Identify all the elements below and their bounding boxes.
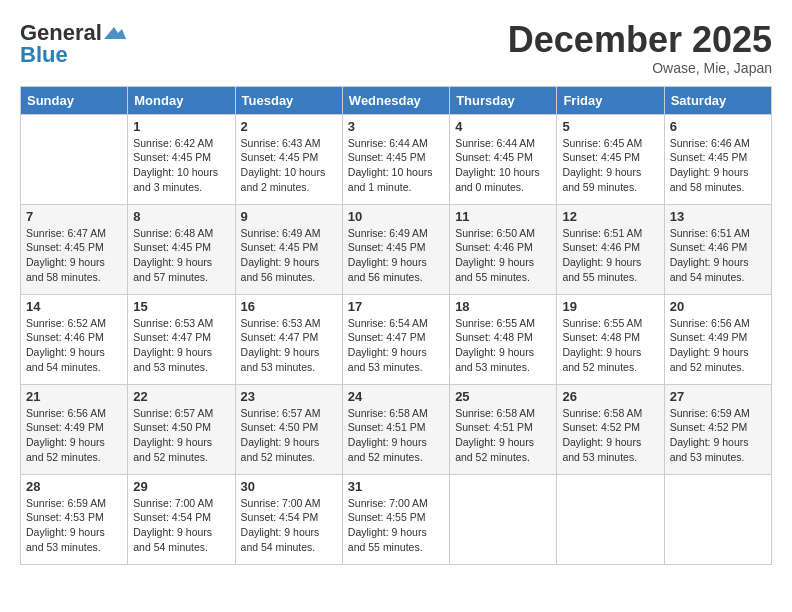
day-number: 11 bbox=[455, 209, 551, 224]
calendar-cell: 17Sunrise: 6:54 AMSunset: 4:47 PMDayligh… bbox=[342, 294, 449, 384]
calendar-cell: 15Sunrise: 6:53 AMSunset: 4:47 PMDayligh… bbox=[128, 294, 235, 384]
day-info: Sunrise: 6:42 AMSunset: 4:45 PMDaylight:… bbox=[133, 136, 229, 195]
logo-blue: Blue bbox=[20, 42, 68, 68]
day-info: Sunrise: 6:57 AMSunset: 4:50 PMDaylight:… bbox=[133, 406, 229, 465]
day-info: Sunrise: 6:56 AMSunset: 4:49 PMDaylight:… bbox=[26, 406, 122, 465]
day-info: Sunrise: 7:00 AMSunset: 4:54 PMDaylight:… bbox=[241, 496, 337, 555]
weekday-header-thursday: Thursday bbox=[450, 86, 557, 114]
day-info: Sunrise: 6:58 AMSunset: 4:51 PMDaylight:… bbox=[348, 406, 444, 465]
day-info: Sunrise: 6:49 AMSunset: 4:45 PMDaylight:… bbox=[348, 226, 444, 285]
day-info: Sunrise: 6:58 AMSunset: 4:52 PMDaylight:… bbox=[562, 406, 658, 465]
day-info: Sunrise: 6:49 AMSunset: 4:45 PMDaylight:… bbox=[241, 226, 337, 285]
calendar-table: SundayMondayTuesdayWednesdayThursdayFrid… bbox=[20, 86, 772, 565]
calendar-cell: 19Sunrise: 6:55 AMSunset: 4:48 PMDayligh… bbox=[557, 294, 664, 384]
month-title: December 2025 bbox=[508, 20, 772, 60]
day-info: Sunrise: 6:56 AMSunset: 4:49 PMDaylight:… bbox=[670, 316, 766, 375]
day-number: 25 bbox=[455, 389, 551, 404]
calendar-cell: 9Sunrise: 6:49 AMSunset: 4:45 PMDaylight… bbox=[235, 204, 342, 294]
day-number: 18 bbox=[455, 299, 551, 314]
day-info: Sunrise: 6:57 AMSunset: 4:50 PMDaylight:… bbox=[241, 406, 337, 465]
calendar-cell: 7Sunrise: 6:47 AMSunset: 4:45 PMDaylight… bbox=[21, 204, 128, 294]
day-number: 29 bbox=[133, 479, 229, 494]
calendar-cell: 8Sunrise: 6:48 AMSunset: 4:45 PMDaylight… bbox=[128, 204, 235, 294]
day-info: Sunrise: 6:46 AMSunset: 4:45 PMDaylight:… bbox=[670, 136, 766, 195]
day-number: 6 bbox=[670, 119, 766, 134]
calendar-cell: 10Sunrise: 6:49 AMSunset: 4:45 PMDayligh… bbox=[342, 204, 449, 294]
day-number: 13 bbox=[670, 209, 766, 224]
svg-marker-0 bbox=[104, 27, 126, 39]
day-info: Sunrise: 6:53 AMSunset: 4:47 PMDaylight:… bbox=[133, 316, 229, 375]
day-info: Sunrise: 6:44 AMSunset: 4:45 PMDaylight:… bbox=[455, 136, 551, 195]
calendar-cell bbox=[450, 474, 557, 564]
weekday-header-tuesday: Tuesday bbox=[235, 86, 342, 114]
day-number: 23 bbox=[241, 389, 337, 404]
calendar-cell: 12Sunrise: 6:51 AMSunset: 4:46 PMDayligh… bbox=[557, 204, 664, 294]
day-number: 12 bbox=[562, 209, 658, 224]
calendar-cell: 1Sunrise: 6:42 AMSunset: 4:45 PMDaylight… bbox=[128, 114, 235, 204]
day-info: Sunrise: 6:43 AMSunset: 4:45 PMDaylight:… bbox=[241, 136, 337, 195]
calendar-cell: 20Sunrise: 6:56 AMSunset: 4:49 PMDayligh… bbox=[664, 294, 771, 384]
calendar-cell: 3Sunrise: 6:44 AMSunset: 4:45 PMDaylight… bbox=[342, 114, 449, 204]
day-number: 16 bbox=[241, 299, 337, 314]
day-info: Sunrise: 6:45 AMSunset: 4:45 PMDaylight:… bbox=[562, 136, 658, 195]
day-info: Sunrise: 6:59 AMSunset: 4:53 PMDaylight:… bbox=[26, 496, 122, 555]
day-number: 22 bbox=[133, 389, 229, 404]
calendar-cell: 18Sunrise: 6:55 AMSunset: 4:48 PMDayligh… bbox=[450, 294, 557, 384]
calendar-cell: 25Sunrise: 6:58 AMSunset: 4:51 PMDayligh… bbox=[450, 384, 557, 474]
calendar-cell bbox=[557, 474, 664, 564]
weekday-header-friday: Friday bbox=[557, 86, 664, 114]
weekday-header-saturday: Saturday bbox=[664, 86, 771, 114]
page-header: General Blue December 2025 Owase, Mie, J… bbox=[20, 20, 772, 76]
logo: General Blue bbox=[20, 20, 126, 68]
location-subtitle: Owase, Mie, Japan bbox=[508, 60, 772, 76]
day-number: 27 bbox=[670, 389, 766, 404]
day-info: Sunrise: 6:55 AMSunset: 4:48 PMDaylight:… bbox=[562, 316, 658, 375]
calendar-cell bbox=[21, 114, 128, 204]
day-info: Sunrise: 6:47 AMSunset: 4:45 PMDaylight:… bbox=[26, 226, 122, 285]
calendar-cell: 16Sunrise: 6:53 AMSunset: 4:47 PMDayligh… bbox=[235, 294, 342, 384]
calendar-cell: 4Sunrise: 6:44 AMSunset: 4:45 PMDaylight… bbox=[450, 114, 557, 204]
day-info: Sunrise: 6:44 AMSunset: 4:45 PMDaylight:… bbox=[348, 136, 444, 195]
calendar-cell: 21Sunrise: 6:56 AMSunset: 4:49 PMDayligh… bbox=[21, 384, 128, 474]
weekday-header-wednesday: Wednesday bbox=[342, 86, 449, 114]
day-number: 10 bbox=[348, 209, 444, 224]
day-info: Sunrise: 6:59 AMSunset: 4:52 PMDaylight:… bbox=[670, 406, 766, 465]
title-block: December 2025 Owase, Mie, Japan bbox=[508, 20, 772, 76]
day-number: 9 bbox=[241, 209, 337, 224]
calendar-cell: 11Sunrise: 6:50 AMSunset: 4:46 PMDayligh… bbox=[450, 204, 557, 294]
calendar-cell: 30Sunrise: 7:00 AMSunset: 4:54 PMDayligh… bbox=[235, 474, 342, 564]
day-number: 14 bbox=[26, 299, 122, 314]
calendar-cell: 13Sunrise: 6:51 AMSunset: 4:46 PMDayligh… bbox=[664, 204, 771, 294]
day-info: Sunrise: 6:55 AMSunset: 4:48 PMDaylight:… bbox=[455, 316, 551, 375]
day-info: Sunrise: 6:51 AMSunset: 4:46 PMDaylight:… bbox=[670, 226, 766, 285]
day-number: 1 bbox=[133, 119, 229, 134]
weekday-header-sunday: Sunday bbox=[21, 86, 128, 114]
calendar-cell: 23Sunrise: 6:57 AMSunset: 4:50 PMDayligh… bbox=[235, 384, 342, 474]
calendar-cell bbox=[664, 474, 771, 564]
day-info: Sunrise: 6:51 AMSunset: 4:46 PMDaylight:… bbox=[562, 226, 658, 285]
calendar-cell: 24Sunrise: 6:58 AMSunset: 4:51 PMDayligh… bbox=[342, 384, 449, 474]
calendar-week-4: 21Sunrise: 6:56 AMSunset: 4:49 PMDayligh… bbox=[21, 384, 772, 474]
logo-bird-icon bbox=[104, 25, 126, 41]
day-number: 28 bbox=[26, 479, 122, 494]
day-number: 24 bbox=[348, 389, 444, 404]
day-number: 19 bbox=[562, 299, 658, 314]
day-number: 3 bbox=[348, 119, 444, 134]
calendar-cell: 26Sunrise: 6:58 AMSunset: 4:52 PMDayligh… bbox=[557, 384, 664, 474]
calendar-cell: 29Sunrise: 7:00 AMSunset: 4:54 PMDayligh… bbox=[128, 474, 235, 564]
day-number: 2 bbox=[241, 119, 337, 134]
day-number: 20 bbox=[670, 299, 766, 314]
calendar-cell: 2Sunrise: 6:43 AMSunset: 4:45 PMDaylight… bbox=[235, 114, 342, 204]
calendar-cell: 31Sunrise: 7:00 AMSunset: 4:55 PMDayligh… bbox=[342, 474, 449, 564]
day-info: Sunrise: 6:50 AMSunset: 4:46 PMDaylight:… bbox=[455, 226, 551, 285]
day-number: 21 bbox=[26, 389, 122, 404]
calendar-week-5: 28Sunrise: 6:59 AMSunset: 4:53 PMDayligh… bbox=[21, 474, 772, 564]
day-number: 17 bbox=[348, 299, 444, 314]
calendar-cell: 5Sunrise: 6:45 AMSunset: 4:45 PMDaylight… bbox=[557, 114, 664, 204]
day-info: Sunrise: 6:54 AMSunset: 4:47 PMDaylight:… bbox=[348, 316, 444, 375]
day-info: Sunrise: 6:58 AMSunset: 4:51 PMDaylight:… bbox=[455, 406, 551, 465]
day-info: Sunrise: 7:00 AMSunset: 4:54 PMDaylight:… bbox=[133, 496, 229, 555]
day-number: 26 bbox=[562, 389, 658, 404]
day-info: Sunrise: 7:00 AMSunset: 4:55 PMDaylight:… bbox=[348, 496, 444, 555]
day-number: 7 bbox=[26, 209, 122, 224]
